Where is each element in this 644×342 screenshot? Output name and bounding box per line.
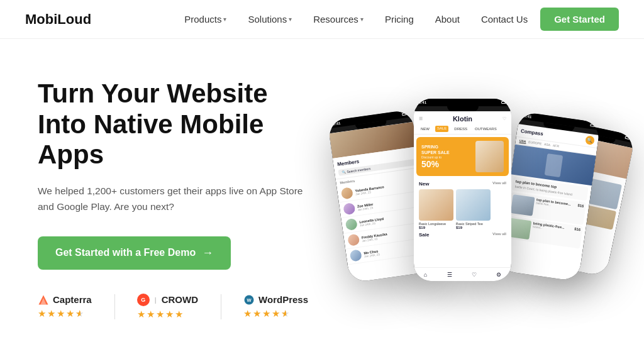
wordpress-badge: W WordPress ★ ★ ★ ★ ★★ (243, 294, 308, 319)
svg-text:W: W (247, 297, 252, 303)
nav-link-about[interactable]: About (426, 9, 469, 30)
hero-left: Turn Your Website Into Native Mobile App… (38, 79, 308, 319)
chevron-down-icon: ▾ (360, 16, 364, 23)
wordpress-icon: W (243, 294, 255, 306)
chevron-down-icon: ▾ (289, 16, 292, 23)
nav-cta-button[interactable]: Get Started (540, 8, 619, 31)
product-card: Basic Striped Tee $19 (456, 189, 491, 229)
nav-logo[interactable]: MobiLoud (25, 11, 91, 28)
g2-stars: ★ ★ ★ ★ ★ (137, 309, 183, 320)
capterra-brand: Capterra (38, 294, 92, 306)
nav-links: Products ▾ Solutions ▾ Resources ▾ Prici… (175, 8, 619, 31)
phone-center: 9:41 ☰ Klotin ♡ NEW SALE DRESS OUTWEARS (414, 99, 511, 281)
capterra-icon (38, 294, 49, 306)
capterra-stars: ★ ★ ★ ★ ★★ (38, 308, 84, 319)
hero-subtitle: We helped 1,200+ customers get their app… (38, 184, 308, 215)
review-badges: Capterra ★ ★ ★ ★ ★★ G | CROWD (38, 294, 308, 320)
g2-icon: G (137, 294, 150, 306)
g2-brand: G | CROWD (137, 294, 198, 306)
arrow-icon: → (202, 246, 213, 260)
wordpress-stars: ★ ★ ★ ★ ★★ (243, 308, 289, 319)
hero-cta-button[interactable]: Get Started with a Free Demo → (38, 236, 231, 270)
capterra-badge: Capterra ★ ★ ★ ★ ★★ (38, 294, 92, 319)
wordpress-brand: W WordPress (243, 294, 308, 306)
nav-link-solutions[interactable]: Solutions ▾ (239, 9, 301, 30)
nav-link-contact[interactable]: Contact Us (472, 9, 536, 30)
chevron-down-icon: ▾ (223, 16, 226, 23)
phone-screen-center: ☰ Klotin ♡ NEW SALE DRESS OUTWEARS SPRIN… (414, 111, 511, 281)
navbar: MobiLoud Products ▾ Solutions ▾ Resource… (0, 0, 644, 39)
nav-link-products[interactable]: Products ▾ (175, 9, 235, 30)
phone-mockups: 9:41 Members 🔍 Search members Members Yo… (308, 80, 623, 319)
promo-banner: SPRINGSUPER SALE Discount up to 50% (416, 137, 509, 176)
hero-cta-label: Get Started with a Free Demo (55, 247, 196, 258)
hero-section: Turn Your Website Into Native Mobile App… (0, 39, 644, 341)
status-bar-center: 9:41 (414, 99, 511, 106)
nav-link-resources[interactable]: Resources ▾ (304, 9, 372, 30)
products-row: Basic Longsleeve $19 Basic Striped Tee $… (414, 188, 511, 231)
g2-badge: G | CROWD ★ ★ ★ ★ ★ (137, 294, 198, 320)
nav-link-pricing[interactable]: Pricing (376, 9, 423, 30)
product-card: Basic Longsleeve $19 (419, 189, 453, 229)
hero-title: Turn Your Website Into Native Mobile App… (38, 79, 308, 170)
